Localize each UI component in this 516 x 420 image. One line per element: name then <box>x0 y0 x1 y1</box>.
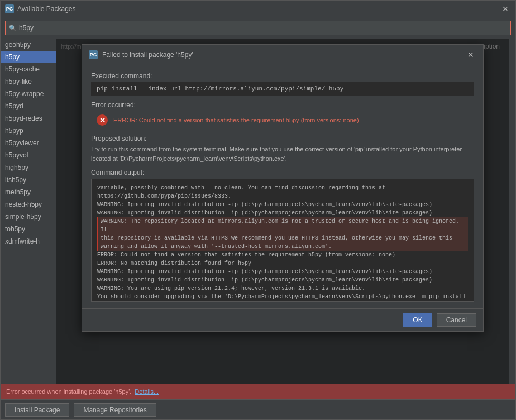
package-item-high5py[interactable]: high5py <box>1 161 56 174</box>
output-line-4: WARNING: The repository located at mirro… <box>97 217 468 234</box>
status-text: Error occurred when installing package '… <box>6 388 131 395</box>
package-item-h5py-like[interactable]: h5py-like <box>1 75 56 88</box>
modal-overlay: PC Failed to install package 'h5py' ✕ Ex… <box>56 39 509 384</box>
command-output-label: Command output: <box>91 169 474 176</box>
output-line-13: --upgrade pip' command. <box>97 301 468 302</box>
modal-header-icon: PC <box>89 50 98 59</box>
output-line-12: You should consider upgrading via the 'D… <box>97 293 468 301</box>
package-item-h5py-wrapper[interactable]: h5py-wrappe <box>1 88 56 100</box>
package-item-h5py-cache[interactable]: h5py-cache <box>1 63 56 75</box>
search-icon: 🔍 <box>9 25 17 32</box>
package-item-itsh5py[interactable]: itsh5py <box>1 174 56 186</box>
error-box: ✕ ERROR: Could not find a version that s… <box>91 111 474 129</box>
modal-header: PC Failed to install package 'h5py' ✕ <box>82 45 483 65</box>
install-package-button[interactable]: Install Package <box>5 403 69 417</box>
package-item-toh5py[interactable]: toh5py <box>1 223 56 235</box>
search-input[interactable] <box>19 24 507 32</box>
output-line-6: warning and allow it anyway with '--trus… <box>97 242 468 251</box>
cancel-button[interactable]: Cancel <box>437 313 476 327</box>
modal-title: Failed to install package 'h5py' <box>102 51 465 59</box>
package-item-h5pyp[interactable]: h5pyp <box>1 125 56 137</box>
main-content: geoh5pyh5pyh5py-cacheh5py-likeh5py-wrapp… <box>1 39 515 384</box>
title-bar-title: Available Packages <box>17 5 500 13</box>
package-item-h5pyvol[interactable]: h5pyvol <box>1 149 56 161</box>
error-occurred-label: Error occurred: <box>91 101 474 109</box>
modal-footer: OK Cancel <box>82 308 483 331</box>
right-panel: http://mirrors.aliyun.com/pypi/simple/ ↻… <box>56 39 509 384</box>
output-line-8: ERROR: No matching distribution found fo… <box>97 259 468 268</box>
output-line-1: https://github.com/pypa/pip/issues/8333. <box>97 192 468 201</box>
manage-repositories-button[interactable]: Manage Repositories <box>74 403 156 417</box>
title-bar-icon: PC <box>5 4 14 13</box>
package-item-h5pyviewer[interactable]: h5pyviewer <box>1 137 56 149</box>
package-item-xdmfwrite-h[interactable]: xdmfwrite-h <box>1 235 56 247</box>
output-line-3: WARNING: Ignoring invalid distribution -… <box>97 209 468 217</box>
package-item-geoh5py[interactable]: geoh5py <box>1 39 56 51</box>
action-bar: Install Package Manage Repositories <box>1 399 515 419</box>
output-line-9: WARNING: Ignoring invalid distribution -… <box>97 268 468 276</box>
package-list: geoh5pyh5pyh5py-cacheh5py-likeh5py-wrapp… <box>1 39 56 384</box>
title-bar: PC Available Packages ✕ <box>1 1 515 17</box>
output-line-11: WARNING: You are using pip version 21.2.… <box>97 284 468 293</box>
package-item-meth5py[interactable]: meth5py <box>1 186 56 198</box>
modal-close-button[interactable]: ✕ <box>465 49 476 60</box>
output-line-7: ERROR: Could not find a version that sat… <box>97 251 468 259</box>
package-item-h5pyd-redes[interactable]: h5pyd-redes <box>1 112 56 125</box>
output-line-2: WARNING: Ignoring invalid distribution -… <box>97 201 468 209</box>
error-modal: PC Failed to install package 'h5py' ✕ Ex… <box>82 44 484 332</box>
executed-command-value: pip install --index-url http://mirrors.a… <box>91 82 474 96</box>
search-input-wrap: 🔍 <box>5 21 511 35</box>
output-line-0: variable, possibly combined with --no-cl… <box>97 184 468 192</box>
modal-body: Executed command: pip install --index-ur… <box>82 65 483 308</box>
error-icon: ✕ <box>97 114 108 126</box>
package-item-nested-h5py[interactable]: nested-h5py <box>1 198 56 211</box>
main-window: PC Available Packages ✕ 🔍 geoh5pyh5pyh5p… <box>0 0 516 420</box>
executed-command-label: Executed command: <box>91 72 474 80</box>
error-text: ERROR: Could not find a version that sat… <box>113 117 359 123</box>
status-bar: Error occurred when installing package '… <box>1 384 515 399</box>
command-output: variable, possibly combined with --no-cl… <box>91 179 474 302</box>
package-item-h5pyd[interactable]: h5pyd <box>1 100 56 112</box>
output-line-5: this repository is available via HTTPS w… <box>97 234 468 242</box>
proposed-solution-label: Proposed solution: <box>91 135 474 142</box>
scrollbar[interactable] <box>509 39 515 384</box>
ok-button[interactable]: OK <box>403 313 432 327</box>
package-item-h5py[interactable]: h5py <box>1 51 56 63</box>
output-line-10: WARNING: Ignoring invalid distribution -… <box>97 276 468 284</box>
solution-text: Try to run this command from the system … <box>91 145 474 163</box>
window-close-button[interactable]: ✕ <box>500 3 511 15</box>
package-item-simple-h5py[interactable]: simple-h5py <box>1 211 56 223</box>
search-bar: 🔍 <box>1 17 515 39</box>
status-details-link[interactable]: Details... <box>135 388 159 395</box>
